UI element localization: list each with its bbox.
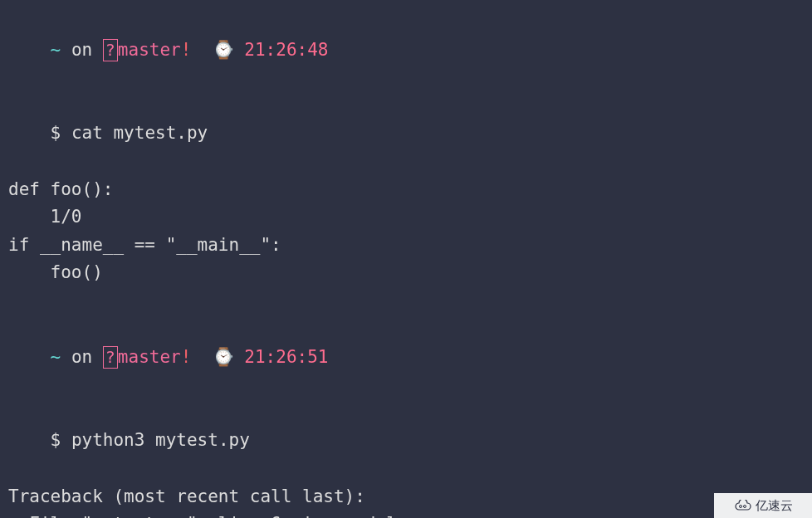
command-line-1[interactable]: $ cat mytest.py — [8, 92, 804, 176]
cloud-icon — [734, 500, 752, 511]
prompt-time: 21:26:48 — [244, 40, 328, 60]
prompt-spacer — [234, 40, 245, 60]
terminal: ~ on ?master! ⌚ 21:26:48 $ cat mytest.py… — [0, 0, 812, 518]
branch-name: master — [118, 40, 181, 60]
traceback-line: Traceback (most recent call last): — [8, 483, 804, 511]
clock-icon: ⌚ — [213, 40, 234, 60]
code-line: 1/0 — [8, 203, 804, 232]
traceback-line: File "mytest.py", line 6, in <module> — [8, 511, 804, 518]
cwd-tilde: ~ — [51, 40, 61, 60]
spacer — [8, 287, 804, 315]
prompt-spacer — [234, 347, 245, 367]
dirty-indicator: ! — [181, 40, 192, 60]
command-text: cat mytest.py — [61, 123, 208, 143]
dirty-indicator: ! — [181, 347, 192, 367]
branch-marker-icon: ? — [103, 39, 118, 61]
branch-marker-icon: ? — [103, 346, 118, 369]
watermark-text: 亿速云 — [756, 496, 793, 516]
prompt-on: on — [61, 40, 103, 60]
prompt-time: 21:26:51 — [244, 347, 328, 367]
command-line-2[interactable]: $ python3 mytest.py — [8, 399, 804, 483]
prompt-spacer — [191, 347, 212, 367]
prompt-symbol: $ — [51, 123, 61, 143]
code-line: foo() — [8, 259, 804, 287]
prompt-line-1: ~ on ?master! ⌚ 21:26:48 — [8, 8, 804, 92]
svg-point-0 — [739, 506, 741, 508]
code-line: def foo(): — [8, 176, 804, 204]
watermark-badge: 亿速云 — [714, 493, 812, 518]
branch-name: master — [118, 347, 181, 367]
command-text: python3 mytest.py — [61, 430, 250, 450]
prompt-spacer — [191, 40, 212, 60]
cwd-tilde: ~ — [51, 347, 61, 367]
clock-icon: ⌚ — [213, 347, 234, 367]
prompt-symbol: $ — [51, 430, 61, 450]
code-line: if __name__ == "__main__": — [8, 232, 804, 260]
prompt-on: on — [61, 347, 103, 367]
svg-point-1 — [743, 506, 746, 508]
prompt-line-2: ~ on ?master! ⌚ 21:26:51 — [8, 315, 804, 399]
